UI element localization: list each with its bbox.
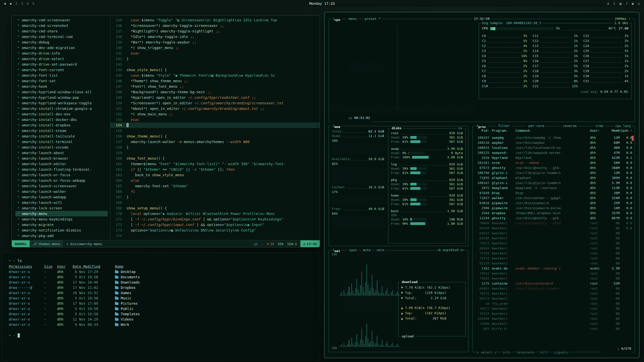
file-tree-item[interactable]: *omarchy-launch-editor: [15, 161, 110, 167]
process-row[interactable]: 108147 glycin-i /usr/lib/glycin-loaders …: [475, 180, 632, 186]
file-tree-item[interactable]: *omarchy-drive-info: [15, 51, 110, 56]
file-tree-item[interactable]: *omarchy-notification-dismiss: [15, 228, 110, 233]
file-tree-item[interactable]: *omarchy-launch-or-focus-webapp: [15, 178, 110, 183]
file-tree-item[interactable]: *omarchy-install-dev-env: [15, 111, 110, 117]
cpu-panel-title[interactable]: 1cpu: [331, 17, 342, 22]
file-tree-item[interactable]: *omarchy-install-terminal: [15, 139, 110, 145]
process-row[interactable]: 803 btrfs-tr root 0B: [475, 326, 632, 331]
info-hint[interactable]: info: [501, 350, 511, 354]
process-row[interactable]: 63816 pipewire /usr/bin/pipewire dhh 25M…: [475, 201, 632, 206]
workspace-button[interactable]: 3: [21, 2, 23, 6]
file-tree-item[interactable]: *omarchy-font-current: [15, 67, 110, 73]
net-sync-toggle[interactable]: sync: [348, 248, 358, 252]
process-row[interactable]: 108107 swaybg /usr/bin/swaybg -i /hom dh…: [475, 135, 632, 140]
file-tree-item[interactable]: *omarchy-install-docker-dbs: [15, 117, 110, 122]
process-row[interactable]: 79032 kworker/ root 0B: [475, 271, 632, 276]
process-row[interactable]: 95673 kworker/ root 0B: [475, 296, 632, 301]
file-tree-item[interactable]: *omarchy-hyprland-window-pop: [15, 95, 110, 100]
file-tree-item[interactable]: *omarchy-launch-about: [15, 150, 110, 156]
signals-hint[interactable]: signals: [553, 350, 569, 354]
file-tree-item[interactable]: *omarchy-dev-add-migration: [15, 45, 110, 51]
tray-icon[interactable]: ᛒ: [613, 2, 615, 6]
menu-button[interactable]: menu: [347, 17, 358, 21]
file-tree-item[interactable]: *omarchy-launch-webapp: [15, 194, 110, 200]
mem-panel-title[interactable]: 2mem: [331, 124, 342, 129]
terminal-window[interactable]: ~ › ls PermissionsSizeUserDate ModifiedN…: [2, 252, 320, 360]
process-row[interactable]: 87573 ghostty /usr/bin/ghostty --gtk- dh…: [475, 165, 632, 170]
process-row[interactable]: 87649 btop btop dhh 26M 0.0: [475, 191, 632, 196]
file-tree-item[interactable]: *omarchy-font-list: [15, 73, 110, 78]
file-tree-item[interactable]: *omarchy-pkg-add: [15, 233, 110, 239]
file-tree-item[interactable]: *omarchy-install-steam: [15, 128, 110, 133]
prompt-line-2[interactable]: ~ ›: [9, 333, 313, 338]
preset-button[interactable]: preset *: [364, 17, 382, 21]
sort-column-selector[interactable]: cpu lazy: [614, 124, 632, 128]
logo-icon[interactable]: ❖: [4, 2, 6, 6]
process-row[interactable]: 102161 nvim nvim --embed . dhh 56M 0.0: [475, 160, 632, 165]
file-tree-item[interactable]: *omarchy-hook: [15, 84, 110, 89]
select-hint[interactable]: ↳ select ↲: [476, 350, 497, 354]
tree-toggle[interactable]: tree: [594, 124, 605, 128]
process-row[interactable]: 102099 kworker/ root 0B: [475, 316, 632, 321]
process-row[interactable]: 76577 kworker/ root 0B: [475, 306, 632, 311]
tray-icon[interactable]: ⇵: [607, 2, 609, 6]
sort-direction-icon[interactable]: ↑: [630, 129, 632, 132]
process-row[interactable]: 68586 kworker/ root 0B: [475, 236, 632, 241]
file-tree-item[interactable]: *omarchy-migrate: [15, 222, 110, 228]
process-row[interactable]: 76575 kworker/ root 0B: [475, 291, 632, 296]
process-row[interactable]: 108033 localsea /usr/lib/localsearch-ex …: [475, 145, 632, 150]
tray-icon[interactable]: ◉: [632, 2, 634, 6]
file-tree-item[interactable]: *omarchy-drive-set-password: [15, 62, 110, 67]
tray-icon[interactable]: ○: [638, 2, 640, 6]
file-tree-item[interactable]: *omarchy-launch-browser: [15, 156, 110, 161]
file-tree-item[interactable]: *omarchy-launch-wifi: [15, 200, 110, 205]
process-row[interactable]: 68583 kworker/ root 0B: [475, 231, 632, 236]
process-row[interactable]: 2544 dropbox /home/dhh/.dropbox-dist dhh…: [475, 211, 632, 216]
net-zero-toggle[interactable]: zero: [375, 248, 385, 252]
kill-hint[interactable]: kill: [539, 350, 549, 354]
process-row[interactable]: 74869 kworker/ /usr/bin/ghostty --gtk4 r…: [475, 221, 632, 226]
file-tree-item[interactable]: *omarchy-debug: [15, 39, 110, 45]
file-tree-item[interactable]: *omarchy-hyprland-workspace-toggle: [15, 100, 110, 106]
workspace-button[interactable]: 5: [32, 2, 34, 6]
process-row[interactable]: 81310 kworker/ root 0B: [475, 261, 632, 266]
process-row[interactable]: 76313 kworker/ root 0B: [475, 311, 632, 316]
file-tree-item[interactable]: *omarchy-cmd-screensaver: [15, 17, 110, 23]
file-tree-item[interactable]: *omarchy-launch-or-focus: [15, 172, 110, 178]
process-row[interactable]: 1916 Hyprland Hyprland dhh 423M 0.1: [475, 155, 632, 160]
process-row[interactable]: 74733 kworker/ root 0B: [475, 256, 632, 261]
io-mode-toggle[interactable]: io: [457, 126, 463, 130]
process-row[interactable]: 73703 kworker/ root 0B: [475, 251, 632, 256]
file-tree-item[interactable]: *omarchy-lock-screen: [15, 205, 110, 211]
file-tree-item[interactable]: *omarchy-launch-screensaver: [15, 183, 110, 189]
reverse-toggle[interactable]: reverse: [562, 124, 578, 128]
filter-button[interactable]: filter: [497, 124, 511, 128]
file-tree-item[interactable]: *omarchy-launch-walker: [15, 189, 110, 194]
process-row[interactable]: 68584 kworker/ root 0B: [475, 246, 632, 251]
file-tree-item[interactable]: *omarchy-launch-floating-terminal-: [15, 167, 110, 172]
per-core-toggle[interactable]: per-core: [527, 124, 546, 128]
process-row[interactable]: 71837 walker /usr/bin/walker --gappl dhh…: [475, 196, 632, 201]
file-tree-item[interactable]: *omarchy-cmd-share: [15, 28, 110, 34]
file-tree-item[interactable]: *omarchy-menu: [15, 211, 108, 216]
process-row[interactable]: 2506 pipewire /usr/bin/pipewire-pulse dh…: [475, 206, 632, 211]
file-tree-item[interactable]: *omarchy-install-dropbox: [15, 122, 110, 128]
process-row[interactable]: 72073 kworker/ root 0B: [475, 241, 632, 246]
process-row[interactable]: 2075 Xwayland Xwayland :1 -rootless - dh…: [475, 186, 632, 191]
file-tree-item[interactable]: *omarchy-hyprland-window-close-all: [15, 89, 110, 95]
tray-icon[interactable]: ♪: [626, 2, 628, 6]
process-row[interactable]: 73656 kworker/ root 0B: [475, 276, 632, 281]
net-auto-toggle[interactable]: auto: [361, 248, 372, 252]
process-row[interactable]: 72088 kworker/ root 0B: [475, 321, 632, 326]
file-tree-item[interactable]: *omarchy-drive-select: [15, 56, 110, 62]
process-row[interactable]: 108116 waybar /usr/bin/waybar dhh 68M 0.…: [475, 140, 632, 145]
scrollbar-thumb[interactable]: [632, 136, 634, 141]
file-tree-item[interactable]: *omarchy-cmd-screenshot: [15, 23, 110, 28]
process-row[interactable]: 94540 kworker/ root 0B 0.0: [475, 226, 632, 231]
workspace-button[interactable]: 4: [27, 2, 29, 6]
tray-icon[interactable]: ▤: [619, 2, 621, 6]
code-pane[interactable]: 135 case $(menu "Toggle" "◧ Screensaver\…: [110, 15, 320, 240]
file-tree-item[interactable]: *omarchy-font-set: [15, 78, 110, 84]
file-tree-item[interactable]: *omarchy-install-tailscale: [15, 133, 110, 139]
net-interface-switcher[interactable]: ←b enp191s0 n→: [435, 248, 466, 252]
